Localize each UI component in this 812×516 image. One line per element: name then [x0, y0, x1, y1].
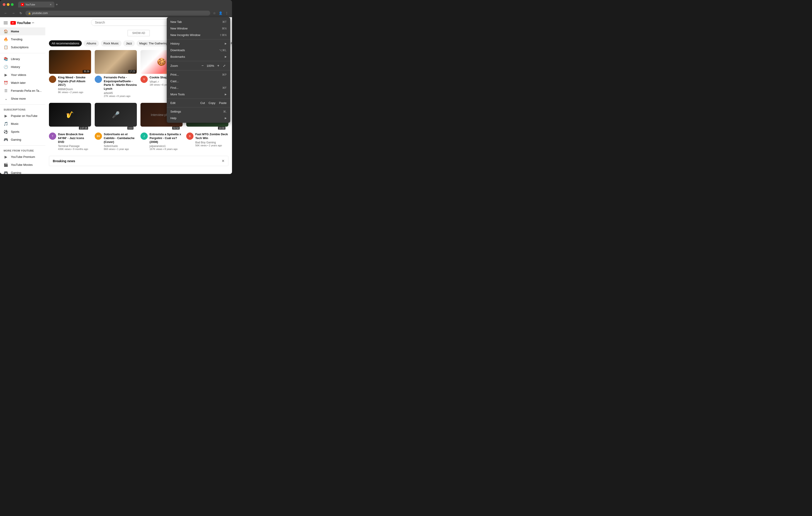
- video-info-v1: King Weed - Smoke Signals (Full Album 20…: [49, 75, 91, 94]
- sidebar-label-watch-later: Watch later: [11, 81, 26, 85]
- sports-icon: ⚽: [4, 129, 8, 134]
- close-window-button[interactable]: [3, 3, 5, 6]
- menu-item-cast[interactable]: Cast...: [167, 78, 230, 85]
- sidebar-item-fernando[interactable]: ☰ Fernando Peña en Ta...: [0, 87, 45, 95]
- sidebar-label-subscriptions: Subscriptions: [11, 45, 29, 49]
- forward-button[interactable]: →: [10, 10, 16, 16]
- reload-button[interactable]: ↻: [18, 10, 24, 16]
- profile-button[interactable]: 👤: [218, 10, 223, 16]
- new-tab-button[interactable]: +: [56, 2, 58, 6]
- sidebar-item-subscriptions[interactable]: 📋 Subscriptions: [0, 43, 45, 51]
- sidebar-item-music[interactable]: 🎵 Music: [0, 120, 45, 128]
- chip-jazz[interactable]: Jazz: [123, 40, 135, 47]
- menu-item-incognito[interactable]: New Incognito Window ⇧⌘N: [167, 32, 230, 38]
- back-button[interactable]: ←: [3, 10, 9, 16]
- sidebar-item-premium[interactable]: ▶ YouTube Premium: [0, 153, 45, 161]
- video-details-v7: Entrevista a Spinetta x Pergolini - Cuál…: [149, 132, 183, 151]
- menu-item-new-tab[interactable]: New Tab ⌘T: [167, 19, 230, 25]
- zoom-out-button[interactable]: −: [201, 64, 204, 68]
- lock-icon: 🔒: [28, 12, 31, 14]
- menu-item-more-tools[interactable]: More Tools ▶: [167, 91, 230, 98]
- video-channel-v6: SobreVuelo: [104, 145, 137, 148]
- sidebar-label-gaming2: Gaming: [11, 171, 21, 174]
- maximize-window-button[interactable]: [11, 3, 13, 6]
- menu-item-find[interactable]: Find... ⌘F: [167, 85, 230, 91]
- menu-divider-1: [167, 39, 230, 39]
- menu-arrow-bookmarks: ▶: [225, 55, 227, 58]
- sidebar-item-movies[interactable]: 🎬 YouTube Movies: [0, 161, 45, 169]
- menu-label-print: Print...: [170, 73, 219, 76]
- menu-item-bookmarks[interactable]: Bookmarks ▶: [167, 54, 230, 60]
- music-icon: 🎵: [4, 122, 8, 126]
- menu-item-settings[interactable]: Settings ⌘,: [167, 108, 230, 115]
- minimize-window-button[interactable]: [7, 3, 9, 6]
- sidebar-divider-3: [0, 145, 45, 146]
- menu-divider-5: [167, 107, 230, 108]
- bookmark-button[interactable]: ☆: [212, 10, 217, 16]
- chip-albums[interactable]: Albums: [84, 40, 99, 47]
- chip-magic[interactable]: Magic: The Gathering: [137, 40, 170, 47]
- your-videos-icon: ▶: [4, 73, 8, 77]
- menu-edit-label: Edit: [170, 101, 175, 105]
- sidebar-item-your-videos[interactable]: ▶ Your videos: [0, 71, 45, 79]
- sidebar-label-your-videos: Your videos: [11, 73, 26, 77]
- menu-arrow-more-tools: ▶: [225, 93, 227, 96]
- video-card-v2[interactable]: 17:23 Fernando Peña - Esquizopeña/Duele …: [95, 50, 137, 97]
- zoom-fullscreen-button[interactable]: ⤢: [222, 64, 227, 67]
- trending-icon: 🔥: [4, 37, 8, 41]
- hamburger-menu[interactable]: [4, 22, 8, 24]
- menu-label-incognito: New Incognito Window: [170, 33, 216, 37]
- tab-close-button[interactable]: ✕: [50, 3, 52, 6]
- video-channel-v5: Terminal Passage: [58, 145, 91, 148]
- video-info-v7: J Entrevista a Spinetta x Pergolini - Cu…: [141, 132, 183, 151]
- sidebar-item-gaming2[interactable]: 🎮 Gaming: [0, 169, 45, 174]
- breaking-news-close[interactable]: ✕: [222, 159, 225, 163]
- address-bar[interactable]: 🔒 youtube.com: [25, 11, 210, 16]
- video-channel-v8: Bad Boy Gaming: [195, 141, 228, 144]
- menu-item-history[interactable]: History ▶: [167, 40, 230, 47]
- traffic-lights: [3, 3, 13, 6]
- sidebar-item-gaming[interactable]: 🎮 Gaming: [0, 136, 45, 144]
- video-card-v6[interactable]: 🎤 3:03 SV SobreVuelo en el Cabildo - Cam…: [95, 103, 137, 150]
- sidebar-item-trending[interactable]: 🔥 Trending: [0, 35, 45, 43]
- sidebar-item-home[interactable]: 🏠 Home: [0, 27, 45, 35]
- sidebar-item-library[interactable]: 📚 Library: [0, 55, 45, 63]
- search-input[interactable]: [91, 19, 175, 26]
- sidebar-item-popular[interactable]: ▶ Popular on YouTube: [0, 112, 45, 120]
- url-text: youtube.com: [32, 11, 48, 15]
- menu-item-new-window[interactable]: New Window ⌘N: [167, 25, 230, 32]
- menu-label-help: Help: [170, 116, 225, 120]
- video-card-v1[interactable]: 35:39 King Weed - Smoke Signals (Full Al…: [49, 50, 91, 97]
- menu-item-downloads[interactable]: Downloads ⌥⌘L: [167, 47, 230, 54]
- popular-icon: ▶: [4, 114, 8, 118]
- show-ad-button[interactable]: SHOW AD: [127, 30, 150, 36]
- zoom-in-button[interactable]: +: [216, 64, 220, 68]
- browser-menu-button[interactable]: ⋮: [224, 10, 229, 16]
- sidebar-item-sports[interactable]: ⚽ Sports: [0, 128, 45, 136]
- video-card-v5[interactable]: 🎷 1:07:25 T Dave Brubeck live 64'/66' - …: [49, 103, 91, 150]
- tab-bar: YouTube ✕ +: [18, 2, 229, 7]
- sidebar-item-show-more[interactable]: ⌄ Show more: [0, 95, 45, 102]
- chip-rock-music[interactable]: Rock Music: [101, 40, 121, 47]
- chip-all-recommendations[interactable]: All recommendations: [49, 40, 82, 47]
- menu-copy-button[interactable]: Copy: [208, 101, 215, 105]
- menu-item-print[interactable]: Print... ⌘P: [167, 71, 230, 78]
- menu-paste-button[interactable]: Paste: [219, 101, 227, 105]
- menu-shortcut-print: ⌘P: [222, 73, 227, 76]
- menu-label-cast: Cast...: [170, 80, 227, 83]
- video-channel-v7: julparanoico1: [149, 145, 183, 148]
- video-thumb-v5: 🎷: [49, 103, 91, 127]
- video-details-v8: Fast MTG Zombie Deck Tech Win Bad Boy Ga…: [195, 132, 228, 147]
- sidebar-divider-2: [0, 104, 45, 105]
- sidebar-item-watch-later[interactable]: ⏰ Watch later: [0, 79, 45, 87]
- menu-item-help[interactable]: Help ▶: [167, 115, 230, 121]
- sidebar-item-history[interactable]: 🕐 History: [0, 63, 45, 71]
- sidebar-label-show-more: Show more: [11, 97, 26, 100]
- movies-icon: 🎬: [4, 163, 8, 167]
- gaming-icon: 🎮: [4, 138, 8, 142]
- subscriptions-icon: 📋: [4, 45, 8, 50]
- browser-tab-youtube[interactable]: YouTube ✕: [18, 2, 54, 7]
- video-avatar-v1: [49, 75, 56, 83]
- subscriptions-section-title: SUBSCRIPTIONS: [0, 107, 45, 112]
- menu-cut-button[interactable]: Cut: [200, 101, 205, 105]
